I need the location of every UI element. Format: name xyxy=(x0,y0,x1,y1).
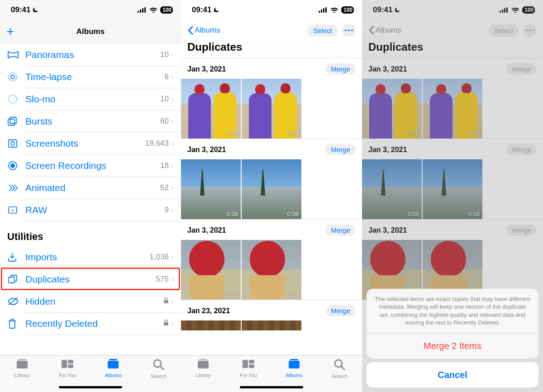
thumbnail[interactable]: 0:08 xyxy=(423,159,482,219)
thumbnail[interactable]: 0:08 xyxy=(181,159,241,219)
album-row-timelapse[interactable]: Time-lapse6› xyxy=(0,66,181,88)
row-label: Duplicates xyxy=(25,274,156,285)
album-row-slomo[interactable]: Slo-mo10› xyxy=(0,88,181,110)
thumbnail-row xyxy=(181,320,362,330)
row-label: Slo-mo xyxy=(25,94,160,105)
animated-icon xyxy=(7,183,25,193)
merge-button[interactable]: Merge xyxy=(325,305,356,316)
utility-row-trash[interactable]: Recently Deleted› xyxy=(0,312,181,335)
svg-line-16 xyxy=(9,298,18,305)
thumbnail[interactable]: 0:08 xyxy=(242,159,301,219)
album-row-raw[interactable]: RRAW9› xyxy=(0,199,181,221)
signal-icon xyxy=(138,7,147,13)
svg-rect-22 xyxy=(68,360,73,363)
merge-button[interactable]: Merge xyxy=(325,144,356,155)
tab-library[interactable]: Library xyxy=(14,358,30,392)
tab-search[interactable]: Search xyxy=(332,358,348,392)
tab-icon xyxy=(333,358,346,373)
chevron-right-icon: › xyxy=(171,117,174,125)
album-row-screenshots[interactable]: Screenshots19,643› xyxy=(0,132,181,154)
row-count: 9 xyxy=(165,206,169,215)
thumbnail[interactable]: 0:08 xyxy=(362,79,422,139)
moon-icon xyxy=(213,7,219,13)
back-label: Albums xyxy=(376,26,401,35)
svg-rect-0 xyxy=(138,11,139,13)
slomo-icon xyxy=(7,94,25,105)
back-button[interactable]: Albums xyxy=(187,26,220,35)
duration-label: 0:13 xyxy=(227,291,238,298)
merge-items-button[interactable]: Merge 2 Items xyxy=(367,333,538,359)
select-button[interactable]: Select xyxy=(308,24,338,37)
page-title: Duplicates xyxy=(368,41,537,53)
tab-label: Library xyxy=(14,373,30,378)
svg-rect-46 xyxy=(504,8,505,13)
svg-line-43 xyxy=(341,366,344,369)
duration-label: 0:08 xyxy=(287,130,299,137)
merge-button[interactable]: Merge xyxy=(325,63,356,75)
status-time: 09:41 xyxy=(373,5,392,14)
svg-point-32 xyxy=(345,29,347,31)
row-label: Screen Recordings xyxy=(25,160,160,171)
add-button[interactable]: + xyxy=(6,24,14,39)
tab-bar: LibraryFor YouAlbumsSearch xyxy=(0,355,181,392)
svg-rect-1 xyxy=(140,10,141,13)
thumbnail[interactable]: 0:08 xyxy=(423,79,482,139)
tab-library[interactable]: Library xyxy=(195,358,211,392)
svg-rect-8 xyxy=(10,117,16,124)
album-type-list: Panoramas10›Time-lapse6›Slo-mo10›Bursts6… xyxy=(0,43,181,221)
thumbnail[interactable]: 0:13 xyxy=(181,240,241,300)
thumbnail[interactable]: 0:08 xyxy=(242,79,301,139)
row-label: Animated xyxy=(25,182,160,193)
lock-icon xyxy=(163,297,169,306)
svg-point-6 xyxy=(9,95,17,103)
album-row-animated[interactable]: Animated52› xyxy=(0,177,181,199)
tab-search[interactable]: Search xyxy=(151,358,167,392)
utility-row-imports[interactable]: Imports1,036› xyxy=(0,246,181,268)
row-label: Bursts xyxy=(25,116,160,127)
svg-point-48 xyxy=(526,29,528,31)
chevron-right-icon: › xyxy=(171,51,174,58)
home-indicator xyxy=(240,386,303,388)
thumbnail[interactable] xyxy=(181,320,241,330)
duration-label: 0:08 xyxy=(468,210,480,217)
album-row-panorama[interactable]: Panoramas10› xyxy=(0,43,181,66)
row-count: 6 xyxy=(165,72,169,81)
chevron-right-icon: › xyxy=(171,73,174,81)
utility-row-duplicates[interactable]: Duplicates575› xyxy=(0,268,181,290)
merge-button[interactable]: Merge xyxy=(325,225,356,236)
chevron-left-icon xyxy=(368,26,375,35)
nav-header: Albums Select Duplicates xyxy=(181,20,362,58)
svg-rect-9 xyxy=(9,140,17,147)
tab-label: For You xyxy=(240,373,257,378)
duration-label: 0:08 xyxy=(287,210,299,217)
select-button: Select xyxy=(489,24,519,37)
thumbnail[interactable] xyxy=(242,320,301,330)
duplicates-icon xyxy=(7,274,25,284)
thumbnail[interactable]: 0:13 xyxy=(242,240,301,300)
more-button[interactable] xyxy=(342,24,356,37)
chevron-right-icon: › xyxy=(171,253,174,261)
thumbnail[interactable]: 0:08 xyxy=(181,79,241,139)
album-row-screenrec[interactable]: Screen Recordings18› xyxy=(0,154,181,177)
cancel-button[interactable]: Cancel xyxy=(367,362,538,387)
svg-rect-35 xyxy=(198,361,209,368)
row-count: 52 xyxy=(160,183,169,192)
utility-row-hidden[interactable]: Hidden› xyxy=(0,290,181,312)
svg-point-49 xyxy=(529,29,531,31)
svg-rect-3 xyxy=(144,7,146,13)
bursts-icon xyxy=(7,116,25,126)
svg-rect-40 xyxy=(289,361,300,368)
thumbnail[interactable]: 0:08 xyxy=(362,159,422,219)
chevron-right-icon: › xyxy=(171,320,174,327)
screen-albums-list: 09:41 100 + Albums Panoramas10›Time-laps… xyxy=(0,0,181,392)
row-label: Imports xyxy=(25,252,149,263)
battery-icon: 100 xyxy=(160,6,173,14)
tab-icon xyxy=(287,358,301,372)
ellipsis-icon xyxy=(345,29,353,31)
svg-line-27 xyxy=(160,366,163,369)
raw-icon: R xyxy=(7,205,25,215)
svg-point-12 xyxy=(11,164,14,167)
group-date: Jan 23, 2021 xyxy=(187,307,230,315)
svg-rect-37 xyxy=(243,360,248,368)
album-row-bursts[interactable]: Bursts60› xyxy=(0,110,181,132)
